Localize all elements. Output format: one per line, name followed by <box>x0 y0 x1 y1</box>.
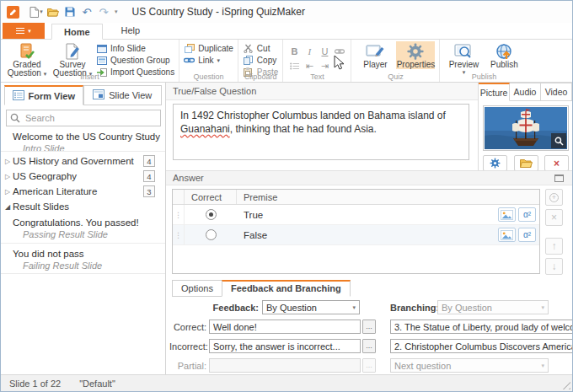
sidebar-group-us-history[interactable]: ▷ US History and Government 4 <box>1 153 165 169</box>
add-image-button[interactable] <box>498 207 516 222</box>
tab-video[interactable]: Video <box>541 83 572 101</box>
branch-incorrect-select[interactable]: 2. Christopher Columbus Discovers Americ… <box>390 339 573 353</box>
link-button[interactable]: Link ▾ <box>184 55 233 66</box>
new-document-button[interactable]: ▾ <box>29 4 43 19</box>
answer-row-true[interactable]: ⋮ True α² <box>173 205 539 225</box>
question-type-header: True/False Question <box>166 83 478 100</box>
sidebar-group-american-literature[interactable]: ▷ American Literature 3 <box>1 184 165 199</box>
tab-audio[interactable]: Audio <box>510 83 541 101</box>
incorrect-feedback-input[interactable] <box>209 339 361 353</box>
correct-feedback-more-button[interactable]: ... <box>362 320 376 334</box>
move-up-button[interactable]: ↑ <box>545 238 563 255</box>
maximize-answer-icon[interactable] <box>554 175 564 182</box>
tab-home[interactable]: Home <box>51 24 103 40</box>
expand-collapsed-icon[interactable]: ▷ <box>1 158 13 165</box>
info-slide-button[interactable]: Info Slide <box>96 43 174 54</box>
delete-icon: × <box>551 212 557 223</box>
media-panel: Picture Audio Video <box>478 83 572 170</box>
answer-row-false[interactable]: ⋮ False α² <box>173 225 539 245</box>
properties-gear-icon <box>405 42 426 61</box>
underline-button[interactable]: U <box>318 45 331 57</box>
add-image-button[interactable] <box>498 228 516 242</box>
tab-slide-view[interactable]: Slide View <box>83 85 163 105</box>
save-button[interactable] <box>63 4 77 19</box>
copy-button[interactable]: Copy <box>243 55 279 66</box>
new-document-caret-icon: ▾ <box>40 8 43 15</box>
remove-icon: × <box>554 158 560 169</box>
graded-question-icon <box>19 42 35 61</box>
group-label-quiz: Quiz <box>351 72 439 81</box>
tab-feedback-and-branching[interactable]: Feedback and Branching <box>222 280 351 297</box>
redo-button[interactable]: ↷ <box>97 4 110 19</box>
properties-button[interactable]: Properties <box>396 41 435 69</box>
drag-handle-icon[interactable]: ⋮ <box>173 225 185 244</box>
equation-icon: α² <box>523 210 531 219</box>
sidebar-group-us-geography[interactable]: ▷ US Geography 4 <box>1 169 165 184</box>
resize-grip[interactable] <box>561 380 570 389</box>
sidebar: Form View Slide View Welcome to the US C… <box>1 83 166 374</box>
info-slide-icon <box>96 45 107 53</box>
group-label-text: Text <box>283 72 351 81</box>
question-picture-thumbnail[interactable] <box>483 105 569 151</box>
search-input[interactable] <box>6 110 161 126</box>
publish-button[interactable]: Publish <box>485 41 523 69</box>
correct-radio-true[interactable] <box>206 209 217 220</box>
player-button[interactable]: Player <box>356 41 394 69</box>
delete-answer-button[interactable]: × <box>545 209 563 226</box>
bullet-list-button[interactable] <box>287 60 301 72</box>
tab-picture[interactable]: Picture <box>479 83 510 101</box>
duplicate-button[interactable]: Duplicate <box>184 43 233 54</box>
search-box <box>6 110 161 126</box>
cut-button[interactable]: Cut <box>243 43 279 54</box>
drag-handle-icon[interactable]: ⋮ <box>173 205 185 224</box>
sidebar-group-result-slides[interactable]: ◢ Result Slides <box>1 199 165 214</box>
question-count-badge: 4 <box>143 155 155 167</box>
open-button[interactable] <box>46 4 60 19</box>
correct-radio-false[interactable] <box>206 229 217 240</box>
question-text-editor[interactable]: In 1492 Christopher Columbus landed on B… <box>173 104 469 160</box>
tab-options[interactable]: Options <box>172 280 222 297</box>
branch-correct-select[interactable]: 3. The Statue of Liberty, proud lady of … <box>390 320 573 334</box>
slide-view-icon <box>93 89 104 101</box>
tab-form-view[interactable]: Form View <box>4 85 83 105</box>
expand-expanded-icon[interactable]: ◢ <box>1 203 13 211</box>
decrease-indent-icon[interactable]: ⇤ <box>303 60 316 72</box>
group-label-question: Question <box>179 72 238 81</box>
preview-button[interactable]: Preview ▾ <box>444 41 483 76</box>
gear-icon <box>490 158 501 169</box>
undo-button[interactable]: ↶ <box>80 4 94 19</box>
zoom-picture-button[interactable] <box>551 133 566 148</box>
application-menu-button[interactable]: ▾ <box>3 23 45 39</box>
link-icon <box>184 56 195 64</box>
app-menu-caret-icon: ▾ <box>28 28 31 35</box>
add-answer-button[interactable]: + <box>545 189 563 206</box>
expand-collapsed-icon[interactable]: ▷ <box>1 188 13 196</box>
bold-button[interactable]: B <box>287 45 301 57</box>
add-equation-button[interactable]: α² <box>518 207 536 222</box>
feedback-mode-select[interactable]: By Question▾ <box>262 300 360 314</box>
sidebar-item-failing-result[interactable]: You did not pass Failing Result Slide <box>1 249 165 271</box>
ribbon-group-question: Duplicate Link ▾ Question <box>179 40 238 82</box>
workspace: Form View Slide View Welcome to the US C… <box>1 83 572 374</box>
mouse-cursor <box>334 55 345 72</box>
correct-label: Correct: <box>169 322 206 332</box>
sidebar-tabs: Form View Slide View <box>4 85 162 105</box>
tab-help[interactable]: Help <box>110 23 153 39</box>
group-label-clipboard: Clipboard <box>238 72 283 81</box>
incorrect-feedback-more-button[interactable]: ... <box>362 339 376 353</box>
add-equation-button[interactable]: α² <box>518 228 536 242</box>
app-menu-icon <box>16 26 24 35</box>
publish-globe-icon <box>495 42 513 61</box>
increase-indent-icon[interactable]: ⇥ <box>318 60 331 72</box>
qat-customize-button[interactable]: ▾ <box>115 8 118 15</box>
move-down-button[interactable]: ↓ <box>545 258 563 275</box>
link-caret-icon: ▾ <box>217 57 221 64</box>
picture-settings-button[interactable] <box>483 155 507 171</box>
browse-picture-button[interactable] <box>514 155 538 171</box>
question-group-button[interactable]: Question Group <box>96 55 174 66</box>
italic-button[interactable]: I <box>303 45 316 57</box>
remove-picture-button[interactable]: × <box>544 155 569 171</box>
correct-feedback-input[interactable] <box>209 320 361 334</box>
expand-collapsed-icon[interactable]: ▷ <box>1 173 13 180</box>
sidebar-item-passing-result[interactable]: Congratulations. You passed! Passing Res… <box>1 217 165 240</box>
